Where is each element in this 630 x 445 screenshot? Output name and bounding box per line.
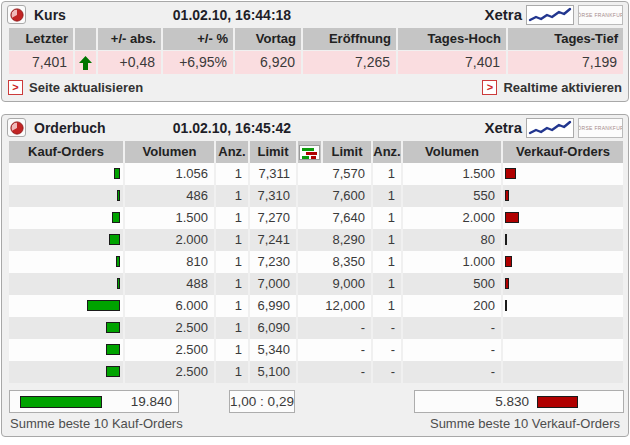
boerse-frankfurt-logo: BÖRSE FRANKFURT [578, 118, 623, 138]
buy-bar-cell [9, 317, 123, 339]
sell-volume-bar [505, 212, 519, 223]
sell-volume: 500 [403, 273, 501, 295]
buy-bar-cell [9, 229, 123, 251]
buy-bar-cell [9, 273, 123, 295]
sell-count: 1 [373, 295, 401, 317]
kurs-links-row: > Seite aktualisieren > Realtime aktivie… [2, 74, 628, 101]
col-tages-hoch: Tages-Hoch [398, 28, 506, 50]
eroeffnung-value: 7,265 [303, 51, 396, 74]
sell-volume-bar [505, 190, 509, 201]
buy-total-bar [20, 396, 102, 408]
sell-count: - [373, 361, 401, 383]
buy-count: 1 [216, 273, 248, 295]
buy-volume-bar [106, 322, 120, 333]
sell-bar-cell [503, 251, 623, 273]
buy-volume: 6.000 [125, 295, 214, 317]
sell-bar-cell [503, 185, 623, 207]
sell-volume-bar [505, 300, 507, 311]
buy-bar-cell [9, 163, 123, 185]
tages-hoch-value: 7,401 [398, 51, 506, 74]
buy-volume-bar [116, 256, 120, 267]
buy-volume-bar [112, 212, 120, 223]
buy-count: 1 [216, 229, 248, 251]
kurs-header-row: Letzter +/- abs. +/- % Vortag Eröffnung … [2, 28, 628, 50]
sell-bar-cell [503, 295, 623, 317]
sell-total-caption: Summe beste 10 Verkauf-Orders [430, 416, 620, 431]
pct-change-value: +6,95% [163, 51, 233, 74]
buy-volume-bar [87, 300, 120, 311]
sell-count: - [373, 317, 401, 339]
sell-limit: - [298, 339, 371, 361]
buy-bar-cell [9, 295, 123, 317]
exchange-branding: Xetra BÖRSE FRANKFURT [484, 5, 623, 25]
activate-realtime-link[interactable]: > Realtime aktivieren [482, 80, 622, 95]
orderbook-row: 6.000 1 6,990 12,000 1 200 [2, 295, 628, 317]
buy-count: 1 [216, 251, 248, 273]
buy-limit: 6,090 [250, 317, 296, 339]
col-kauf-orders: Kauf-Orders [9, 141, 123, 163]
orderbook-row: 2.500 1 6,090 - - - [2, 317, 628, 339]
orderbook-row: 2.500 1 5,100 - - - [2, 361, 628, 383]
buy-bar-cell [9, 361, 123, 383]
col-letzter: Letzter [9, 28, 73, 50]
sell-volume: 1.500 [403, 163, 501, 185]
sell-bar-cell [503, 163, 623, 185]
sell-count: 1 [373, 185, 401, 207]
orderbook-row: 1.056 1 7,311 7,570 1 1.500 [2, 163, 628, 185]
buy-total-value: 19.840 [102, 394, 178, 409]
buy-limit: 7,241 [250, 229, 296, 251]
sell-total-box: 5.830 [414, 390, 624, 413]
buy-volume: 810 [125, 251, 214, 273]
col-buy-anz: Anz. [216, 141, 248, 163]
col-vortag: Vortag [235, 28, 301, 50]
sell-volume: 550 [403, 185, 501, 207]
buy-count: 1 [216, 185, 248, 207]
sell-volume: - [403, 339, 501, 361]
sell-volume: 1.000 [403, 251, 501, 273]
orderbook-row: 488 1 7,000 9,000 1 500 [2, 273, 628, 295]
kurs-panel: Kurs 01.02.10, 16:44:18 Xetra BÖRSE FRAN… [1, 1, 629, 102]
buy-volume: 2.500 [125, 361, 214, 383]
sell-limit: 7,640 [298, 207, 371, 229]
sell-count: - [373, 339, 401, 361]
buy-count: 1 [216, 207, 248, 229]
buy-volume-bar [106, 366, 120, 377]
buy-volume: 486 [125, 185, 214, 207]
sell-volume-bar [505, 256, 512, 267]
buy-count: 1 [216, 339, 248, 361]
buy-volume: 2.500 [125, 339, 214, 361]
sell-count: 1 [373, 163, 401, 185]
sell-volume: 80 [403, 229, 501, 251]
orderbook-summary-row: 19.840 1,00 : 0,29 5.830 [2, 390, 628, 413]
boerse-frankfurt-logo: BÖRSE FRANKFURT [578, 5, 623, 25]
sell-limit: - [298, 317, 371, 339]
buy-count: 1 [216, 295, 248, 317]
trend-up-arrow-icon [75, 51, 96, 74]
buy-sell-ratio: 1,00 : 0,29 [230, 394, 294, 409]
orderbook-depth-icon [298, 141, 321, 163]
col-buy-limit: Limit [250, 141, 296, 163]
sell-bar-cell [503, 339, 623, 361]
orderbook-row: 810 1 7,230 8,350 1 1.000 [2, 251, 628, 273]
col-buy-volumen: Volumen [125, 141, 214, 163]
sell-volume: - [403, 361, 501, 383]
buy-volume-bar [117, 278, 120, 289]
buy-limit: 7,000 [250, 273, 296, 295]
col-sell-volumen: Volumen [403, 141, 501, 163]
tages-tief-value: 7,199 [508, 51, 623, 74]
exchange-name: Xetra [484, 6, 522, 23]
buy-volume-bar [114, 168, 120, 179]
orderbook-row: 486 1 7,310 7,600 1 550 [2, 185, 628, 207]
orderbook-row: 1.500 1 7,270 7,640 1 2.000 [2, 207, 628, 229]
buy-limit: 6,990 [250, 295, 296, 317]
xetra-chart-icon [526, 118, 574, 138]
col-trend [75, 28, 96, 50]
refresh-page-link[interactable]: > Seite aktualisieren [8, 80, 143, 95]
sell-bar-cell [503, 207, 623, 229]
red-arrow-icon: > [8, 80, 23, 95]
sell-limit: 7,570 [298, 163, 371, 185]
buy-sell-ratio-box: 1,00 : 0,29 [229, 390, 295, 413]
buy-limit: 5,100 [250, 361, 296, 383]
sell-total-value: 5.830 [415, 394, 529, 409]
buy-limit: 7,311 [250, 163, 296, 185]
